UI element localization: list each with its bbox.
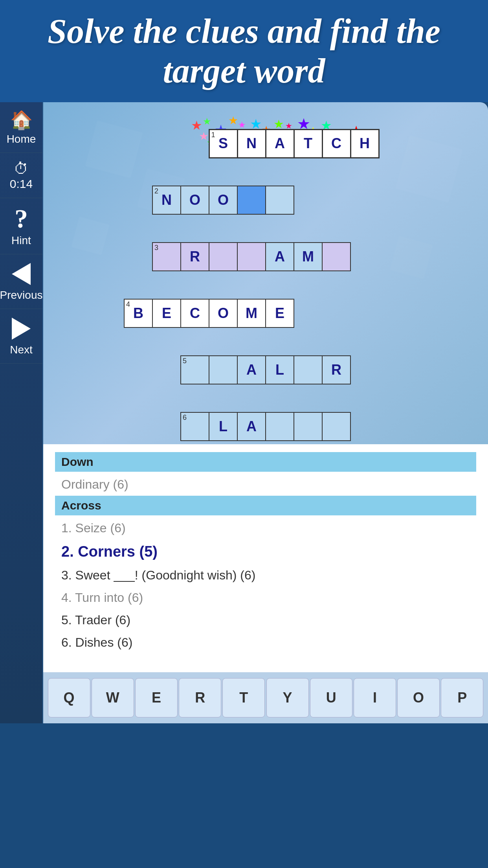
key-w[interactable]: W (92, 678, 134, 717)
cell-7-3[interactable]: C (181, 299, 209, 327)
clue-across-1[interactable]: 1. Seize (6) (55, 517, 476, 539)
sidebar: 🏠 Home ⏱ 0:14 ? Hint Previous Next (0, 102, 43, 723)
cell-3-6[interactable] (266, 186, 294, 214)
cell-1-5[interactable]: N (237, 129, 266, 158)
cell-9-3[interactable]: 5 (181, 356, 209, 384)
sidebar-item-previous[interactable]: Previous (0, 254, 42, 309)
grid-row-2 (124, 158, 407, 186)
key-i[interactable]: I (354, 678, 396, 717)
cell-5-5[interactable] (237, 243, 266, 271)
across-header: Across (55, 496, 476, 515)
grid-row-6 (124, 271, 407, 299)
key-o[interactable]: O (397, 678, 440, 717)
cell-11-6[interactable] (266, 412, 294, 441)
cell-1-6[interactable]: A (266, 129, 294, 158)
grid-row-11: 6 L A (124, 412, 407, 441)
cell-7-6[interactable]: E (266, 299, 294, 327)
grid-row-5: 3 R A M (124, 243, 407, 271)
grid-table: 1S N A T C H (124, 129, 407, 441)
cell-9-7[interactable] (294, 356, 322, 384)
sidebar-item-hint[interactable]: ? Hint (0, 198, 42, 254)
cell-3-4[interactable]: O (209, 186, 237, 214)
clue-down-1[interactable]: Ordinary (6) (55, 473, 476, 496)
header: Solve the clues and find the target word (0, 0, 488, 102)
header-title: Solve the clues and find the target word (16, 11, 472, 91)
clues-section: Down Ordinary (6) Across 1. Seize (6) 2.… (43, 444, 488, 672)
cell-5-6[interactable]: A (266, 243, 294, 271)
down-header: Down (55, 452, 476, 472)
cell-11-3[interactable]: 6 (181, 412, 209, 441)
cell-9-4[interactable] (209, 356, 237, 384)
cell-5-8[interactable] (322, 243, 350, 271)
cell-1-8[interactable]: C (322, 129, 350, 158)
cell-3-5[interactable] (237, 186, 266, 214)
sidebar-item-timer: ⏱ 0:14 (0, 153, 42, 198)
sidebar-item-home[interactable]: 🏠 Home (0, 102, 42, 153)
timer-icon: ⏱ (14, 160, 29, 177)
cell-5-4[interactable] (209, 243, 237, 271)
key-u[interactable]: U (310, 678, 352, 717)
cell-11-5[interactable]: A (237, 412, 266, 441)
clue-across-6[interactable]: 6. Dishes (6) (55, 631, 476, 654)
hint-icon: ? (15, 205, 28, 232)
grid-row-4 (124, 214, 407, 243)
cell-7-2[interactable]: E (152, 299, 181, 327)
grid-row-3: 2N O O (124, 186, 407, 214)
cell-5-2[interactable]: 3 (152, 243, 181, 271)
previous-arrow-icon (12, 263, 31, 285)
cell-9-8[interactable]: R (322, 356, 350, 384)
next-arrow-icon (12, 318, 31, 340)
clue-across-3[interactable]: 3. Sweet ___! (Goodnight wish) (6) (55, 564, 476, 587)
clue-across-2[interactable]: 2. Corners (5) (55, 539, 476, 564)
puzzle-area: ★ ★ ★ ★ ★ ★ ★ ★ ★ ★ ★ ★ ★ ★ ★ ★ ★ ★ ★ ★ (43, 102, 488, 444)
cell-3-3[interactable]: O (181, 186, 209, 214)
key-r[interactable]: R (179, 678, 221, 717)
cell-1-7[interactable]: T (294, 129, 322, 158)
next-label: Next (10, 344, 33, 356)
grid-row-1: 1S N A T C H (124, 129, 407, 158)
cell-3-2[interactable]: 2N (152, 186, 181, 214)
clue-across-5[interactable]: 5. Trader (6) (55, 609, 476, 631)
cell-11-8[interactable] (322, 412, 350, 441)
previous-label: Previous (0, 289, 42, 302)
cell-9-6[interactable]: L (266, 356, 294, 384)
cell-1-9[interactable]: H (350, 129, 379, 158)
home-label: Home (7, 133, 36, 145)
cell-5-3[interactable]: R (181, 243, 209, 271)
cell-5-7[interactable]: M (294, 243, 322, 271)
crossword-grid: 1S N A T C H (124, 129, 407, 441)
cell-11-7[interactable] (294, 412, 322, 441)
key-y[interactable]: Y (266, 678, 309, 717)
keyboard: Q W E R T Y U I O P (43, 672, 488, 723)
sidebar-item-next[interactable]: Next (0, 309, 42, 364)
hint-label: Hint (11, 234, 31, 247)
home-icon: 🏠 (10, 109, 33, 131)
cell-7-5[interactable]: M (237, 299, 266, 327)
grid-row-9: 5 A L R (124, 356, 407, 384)
key-t[interactable]: T (222, 678, 265, 717)
cell-9-5[interactable]: A (237, 356, 266, 384)
timer-value: 0:14 (10, 177, 33, 191)
cell-11-4[interactable]: L (209, 412, 237, 441)
grid-row-10 (124, 384, 407, 412)
key-p[interactable]: P (441, 678, 483, 717)
grid-row-8 (124, 327, 407, 356)
key-q[interactable]: Q (48, 678, 90, 717)
game-container: 🏠 Home ⏱ 0:14 ? Hint Previous Next (0, 102, 488, 723)
clue-across-4[interactable]: 4. Turn into (6) (55, 587, 476, 609)
cell-1-4[interactable]: 1S (209, 129, 237, 158)
cell-7-4[interactable]: O (209, 299, 237, 327)
cell-7-1[interactable]: 4B (124, 299, 152, 327)
key-e[interactable]: E (135, 678, 178, 717)
grid-row-7: 4B E C O M E (124, 299, 407, 327)
